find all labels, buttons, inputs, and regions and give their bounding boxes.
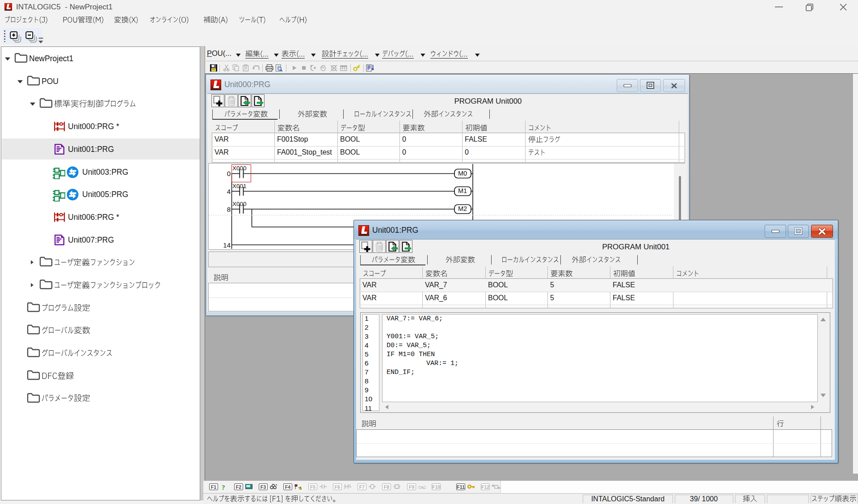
- svg-text:CALC: CALC: [418, 485, 426, 490]
- svg-text:?: ?: [222, 484, 225, 491]
